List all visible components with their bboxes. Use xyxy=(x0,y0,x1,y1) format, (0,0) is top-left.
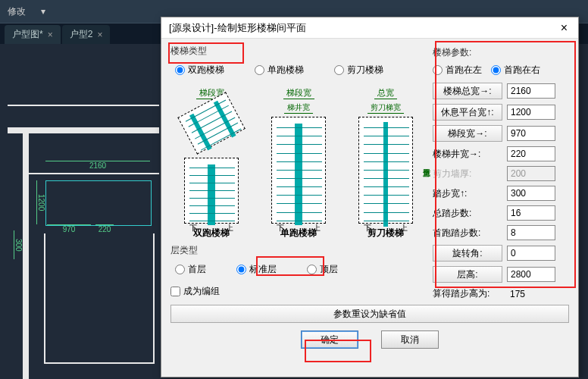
btn-seg-width[interactable]: 梯段宽→: xyxy=(433,125,502,142)
stair-params: 楼梯参数: 首跑在左 首跑在右 楼梯总宽→: 休息平台宽↑: 梯段宽→: 楼梯井… xyxy=(433,45,569,305)
dim-300: 300 xyxy=(14,230,23,259)
radio-input[interactable] xyxy=(175,65,185,75)
label-up: 上 xyxy=(313,223,321,233)
input-well-width[interactable] xyxy=(507,146,555,161)
label-wall-thick: 剪力墙厚: xyxy=(433,168,502,180)
radio-label: 顶层 xyxy=(320,263,338,276)
radio-scissor[interactable]: 剪刀楼梯 xyxy=(334,64,383,77)
label-first-steps: 首跑踏步数: xyxy=(433,227,502,240)
radio-input[interactable] xyxy=(236,265,246,274)
radio-label: 首跑在右 xyxy=(504,64,540,77)
input-seg-width[interactable] xyxy=(507,126,555,141)
input-total-steps[interactable] xyxy=(507,205,555,221)
diagram-label: 剪刀楼梯 xyxy=(346,227,425,240)
dim-970: 970 xyxy=(47,224,91,233)
radio-double-run[interactable]: 双跑楼梯 xyxy=(175,64,224,77)
dim-well-width: 梯井宽 xyxy=(284,102,313,114)
label-well-width: 楼梯井宽→: xyxy=(433,148,502,161)
floor-type-label: 层类型 xyxy=(170,244,427,257)
dim-scissor: 剪刀梯宽 xyxy=(368,102,404,114)
tab-label: 户型图* xyxy=(12,28,43,41)
radio-run-left[interactable]: 首跑在左 xyxy=(433,64,482,77)
reset-defaults-button[interactable]: 参数重设为缺省值 xyxy=(170,305,569,323)
dim-seg-width: 梯段宽 xyxy=(283,87,314,99)
input-rotation[interactable] xyxy=(507,246,555,261)
ok-button[interactable]: 确定 xyxy=(301,330,358,349)
label-tread-width: 踏步宽↑: xyxy=(433,187,502,200)
diagram-label: 单跑楼梯 xyxy=(259,227,339,240)
value-riser-calc: 175 xyxy=(507,289,555,299)
checkbox-label: 成为编组 xyxy=(183,285,220,298)
dialog-title: [源泉设计]-绘制矩形楼梯间平面 xyxy=(169,21,306,35)
stair-type-group: 楼梯类型 双跑楼梯 单跑楼梯 剪刀楼梯 xyxy=(170,45,427,80)
menu-modify[interactable]: 修改 xyxy=(8,5,26,18)
radio-input[interactable] xyxy=(175,265,185,274)
btn-floor-height[interactable]: 层高: xyxy=(433,266,502,283)
checkbox-input[interactable] xyxy=(170,287,180,296)
radio-run-right[interactable]: 首跑在右 xyxy=(491,64,540,77)
label-riser-calc: 算得踏步高为: xyxy=(433,287,502,300)
cad-tab-active[interactable]: 户型图* × xyxy=(5,25,61,44)
dim-220: 220 xyxy=(95,224,114,233)
radio-input[interactable] xyxy=(307,265,317,274)
stair-diagrams: 梯段宽 下 上 xyxy=(170,84,427,244)
label-down: 下 xyxy=(364,223,371,233)
input-tread-width[interactable] xyxy=(507,186,555,201)
input-floor-height[interactable] xyxy=(507,267,555,282)
radio-input[interactable] xyxy=(491,65,501,75)
dim-1200: 1200 xyxy=(36,180,45,224)
input-total-width[interactable] xyxy=(507,83,555,99)
dim-total-width: 总宽 xyxy=(374,87,397,99)
label-up: 上 xyxy=(226,223,233,233)
label-total-steps: 总踏步数: xyxy=(433,207,502,220)
close-button[interactable]: × xyxy=(558,21,571,35)
label-down: 下 xyxy=(189,223,197,233)
radio-first-floor[interactable]: 首层 xyxy=(175,263,206,276)
radio-label: 剪刀楼梯 xyxy=(347,64,383,77)
cancel-button[interactable]: 取消 xyxy=(381,330,439,349)
btn-rotation[interactable]: 旋转角: xyxy=(433,245,502,262)
floor-type-group: 层类型 首层 标准层 顶层 xyxy=(170,244,427,279)
radio-label: 首层 xyxy=(188,263,206,276)
label-down: 下 xyxy=(277,223,284,233)
stair-dialog: [源泉设计]-绘制矩形楼梯间平面 × 楼梯类型 双跑楼梯 单跑楼梯 剪刀楼梯 xyxy=(161,17,579,377)
close-icon[interactable]: × xyxy=(97,30,102,40)
cad-tab-inactive[interactable]: 户型2 × xyxy=(62,25,111,44)
radio-input[interactable] xyxy=(334,65,344,75)
diagram-label: 双跑楼梯 xyxy=(172,227,252,240)
close-icon[interactable]: × xyxy=(48,30,53,40)
radio-single-run[interactable]: 单跑楼梯 xyxy=(255,64,304,77)
make-group-check[interactable]: 成为编组 xyxy=(170,285,427,298)
diagram-single: 梯段宽 梯井宽 下 上 单跑楼梯 自学网 xyxy=(259,87,339,240)
radio-standard-floor[interactable]: 标准层 xyxy=(236,263,277,276)
input-rest-width[interactable] xyxy=(507,105,555,120)
radio-label: 标准层 xyxy=(249,263,277,276)
radio-label: 双跑楼梯 xyxy=(188,64,224,77)
radio-input[interactable] xyxy=(255,65,264,75)
btn-total-width[interactable]: 楼梯总宽→: xyxy=(433,83,502,99)
radio-label: 首跑在左 xyxy=(446,64,482,77)
radio-input[interactable] xyxy=(433,65,443,75)
params-title: 楼梯参数: xyxy=(433,46,569,59)
menu-dropdown-icon[interactable]: ▾ xyxy=(41,6,45,17)
label-up: 上 xyxy=(400,223,408,233)
diagram-scissor: 总宽 剪刀梯宽 下 上 休息平台宽 剪刀楼梯 xyxy=(346,87,425,240)
titlebar: [源泉设计]-绘制矩形楼梯间平面 × xyxy=(161,17,578,39)
input-wall-thick xyxy=(507,166,555,181)
cad-drawing: 2160 970 220 1200 300 xyxy=(8,105,159,379)
input-first-steps[interactable] xyxy=(507,225,555,240)
radio-label: 单跑楼梯 xyxy=(267,64,304,77)
tab-label: 户型2 xyxy=(70,28,93,41)
radio-top-floor[interactable]: 顶层 xyxy=(307,263,338,276)
dim-2160: 2160 xyxy=(45,161,150,170)
stair-type-label: 楼梯类型 xyxy=(170,45,427,58)
btn-rest-width[interactable]: 休息平台宽↑: xyxy=(433,104,502,121)
diagram-double: 梯段宽 下 上 xyxy=(172,87,252,240)
